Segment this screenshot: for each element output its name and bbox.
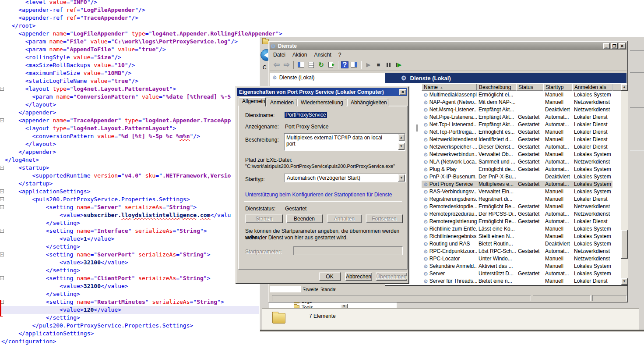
startoptions-help-link[interactable]: Unterstützung beim Konfigurieren der Sta… <box>245 192 392 198</box>
table-row[interactable]: ⚙RPC-LocatorUnter Windo...ManuellNetzwer… <box>422 255 612 263</box>
table-row[interactable]: ⚙NLA (Network Loca...Sammelt und ...Gest… <box>422 158 612 166</box>
table-row[interactable]: ⚙RPC-Endpunktzuor...Löst RPC-Sch...Gesta… <box>422 248 612 255</box>
column-header-Anmelden als[interactable]: Anmelden als <box>572 84 612 91</box>
toolbar-pause-service-icon[interactable] <box>384 60 393 69</box>
table-row[interactable]: ⚙Sekundäre Anmeld...Aktiviert das ...Man… <box>422 263 612 270</box>
startparameter-input[interactable] <box>293 246 403 255</box>
starttyp-combobox[interactable]: Automatisch (Verzögerter Start) ▼ <box>284 174 406 182</box>
table-row[interactable]: ⚙Net.Pipe-Listenera...Empfängt Akt...Ges… <box>422 114 612 121</box>
dialog-titlebar[interactable]: Eigenschaften von Port Proxy Service (Lo… <box>237 88 407 96</box>
menu-item-ansicht[interactable]: Ansicht <box>310 51 334 59</box>
fold-marker-icon[interactable]: - <box>0 166 4 170</box>
dienstname-value[interactable]: PortProxyService <box>285 112 327 118</box>
ok-button[interactable]: OK <box>319 272 341 281</box>
desc-scroll-down-button[interactable]: ▼ <box>398 143 405 150</box>
fold-marker-icon[interactable]: - <box>0 118 4 122</box>
dialog-tab-wiederherstellung[interactable]: Wiederherstellung <box>297 99 346 107</box>
service-starttype: Automat... <box>543 143 572 151</box>
explorer-file-list[interactable]: LogsTools <box>269 302 397 308</box>
table-row[interactable]: ⚙Richtlinie zum Entfe...Lässt eine Ko...… <box>422 225 612 233</box>
table-row[interactable]: ⚙RAS-Verbindungsv...Verwaltet Ein...Manu… <box>422 188 612 196</box>
table-row[interactable]: ⚙Remoteprozedurau...Der RPCSS-Di...Gesta… <box>422 210 612 218</box>
column-header-Starttyp[interactable]: Starttyp <box>543 84 572 91</box>
table-row[interactable]: ⚙Plug & PlayErmöglicht de...GestartetAut… <box>422 166 612 173</box>
fold-marker-icon[interactable]: - <box>0 276 4 280</box>
table-row[interactable]: ⚙Port Proxy ServiceMultiplexes e...Gesta… <box>422 181 612 188</box>
table-row[interactable]: ⚙Routing und RASBietet Routin...Deaktivi… <box>422 240 612 248</box>
toolbar-forward-icon[interactable]: ⇨ <box>282 60 291 69</box>
toolbar-export-list-icon[interactable] <box>327 60 336 69</box>
column-header-Status[interactable]: Status <box>516 84 543 91</box>
table-row[interactable]: ⚙NetzwerklistendienstIdentifiziert d...G… <box>422 136 612 143</box>
list-scrollbar[interactable]: ▲ ▼ <box>621 84 628 285</box>
table-row[interactable]: ⚙Netzwerkspeicher-...Dieser Dienst...Ges… <box>422 143 612 151</box>
scroll-thumb[interactable] <box>621 230 628 259</box>
dialog-tab-abhängigkeiten[interactable]: Abhängigkeiten <box>347 99 388 107</box>
table-row[interactable]: ⚙Remotedesktopdie...Ermöglicht Be...Gest… <box>422 203 612 210</box>
column-header-Beschreibung[interactable]: Beschreibung <box>477 84 516 91</box>
scroll-down-button[interactable]: ▼ <box>621 278 628 285</box>
fold-marker-icon[interactable]: - <box>0 87 4 91</box>
toolbar-start-service-icon[interactable]: ▶ <box>364 60 373 69</box>
fold-marker-icon[interactable]: - <box>0 253 4 256</box>
fold-marker-icon[interactable]: - <box>0 197 4 201</box>
desc-scroll-up-button[interactable]: ▲ <box>398 134 405 141</box>
dialog-tab-allgemein[interactable]: Allgemein <box>239 97 266 107</box>
dialog-tab-anmelden[interactable]: Anmelden <box>267 99 296 107</box>
table-row[interactable]: ⚙Net.Tcp-Listenerad...Empfängt Akt...Ges… <box>422 121 612 128</box>
toolbar-properties-icon[interactable] <box>306 60 316 69</box>
toolbar-back-icon[interactable]: ⇦ <box>272 60 281 69</box>
toolbar-stop-service-icon[interactable]: ■ <box>374 60 383 69</box>
service-logon: Lokaler Dienst <box>572 196 612 203</box>
table-row[interactable]: ⚙ServerUnterstützt D...GestartetAutomat.… <box>422 270 612 277</box>
table-row[interactable]: ⚙Richtlinienergebniss...Stellt einen N..… <box>422 233 612 240</box>
desktop: <level value="INFO"/> <appender-ref ref=… <box>0 0 644 345</box>
code-line: </setting> <box>0 314 80 322</box>
table-row[interactable]: ⚙RemoteregistrierungErmöglicht Re...Gest… <box>422 218 612 225</box>
service-name: ⚙NAP-Agent (Netwo... <box>422 99 477 106</box>
menu-item-[interactable]: ? <box>335 51 345 59</box>
table-row[interactable]: ⚙NAP-Agent (Netwo...Mit dem NAP-...Manue… <box>422 99 612 106</box>
beenden-button[interactable]: Beenden <box>286 214 323 223</box>
table-row[interactable]: ⚙Net.Tcp-Portfreiga...Ermöglicht es...Ge… <box>422 128 612 136</box>
explorer-item-label: Tools <box>302 305 313 308</box>
toolbar-show-console-tree-icon[interactable] <box>296 60 306 69</box>
table-row[interactable]: ⚙Server für Threads...Bietet eine n...Ma… <box>422 277 612 285</box>
view-tab-standard[interactable]: Standard <box>320 286 337 293</box>
service-gear-icon: ⚙ <box>423 130 428 135</box>
scroll-up-button[interactable]: ▲ <box>621 84 628 91</box>
table-row[interactable]: ⚙Multimediaklassenpl...Ermöglicht ei...M… <box>422 91 612 99</box>
beschreibung-field[interactable]: Multiplexes external TCP/IP data on loca… <box>284 133 405 151</box>
column-header-Name[interactable]: Name▲ <box>422 84 477 91</box>
maximize-button[interactable]: ❒ <box>611 43 618 49</box>
menu-item-datei[interactable]: Datei <box>270 51 289 59</box>
fold-marker-icon[interactable]: - <box>0 205 4 209</box>
beschreibung-label: Beschreibung: <box>245 137 279 143</box>
tree-root-node[interactable]: Dienste (Lokal) <box>279 75 315 81</box>
toolbar-refresh-icon[interactable]: ↻ <box>317 60 326 69</box>
abbrechen-button[interactable]: Abbrechen <box>345 272 372 281</box>
services-titlebar[interactable]: ⚙ Dienste _ ❒ ✕ <box>270 42 626 50</box>
fold-marker-icon[interactable]: - <box>0 229 4 233</box>
combo-dropdown-button[interactable]: ▼ <box>398 174 405 181</box>
fold-marker-icon[interactable]: - <box>0 189 4 193</box>
table-row[interactable]: ⚙Netzwerkverbindun...Verwaltet Ob...Gest… <box>422 151 612 158</box>
cell-text: Automat... <box>545 248 569 255</box>
cell-text: Netzwerkdienst <box>574 255 610 263</box>
close-button[interactable]: ✕ <box>619 43 626 49</box>
dialog-close-button[interactable]: ✕ <box>399 89 406 95</box>
toolbar-help-icon[interactable]: ? <box>341 61 348 68</box>
table-row[interactable]: ⚙PnP-X-IP-Busenum...Der PnP-X-Bu...Deakt… <box>422 173 612 181</box>
toolbar-restart-service-icon[interactable]: ▶ <box>394 60 403 69</box>
table-row[interactable]: ⚙Registrierungsdiens...Registriert di...… <box>422 196 612 203</box>
service-description: Stellt einen N... <box>477 233 516 240</box>
column-header-stub[interactable] <box>612 84 622 91</box>
explorer-item[interactable]: Tools <box>294 305 313 308</box>
toolbar-show-action-pane-icon[interactable] <box>349 60 359 69</box>
view-tab-erweitert[interactable]: Erweitert <box>303 286 319 293</box>
service-status: Gestartet <box>516 158 543 166</box>
column-label: Starttyp <box>545 84 563 90</box>
table-row[interactable]: ⚙Net.Msmq-Listener...Empfängt Akt...Deak… <box>422 106 612 114</box>
menu-item-aktion[interactable]: Aktion <box>289 51 310 59</box>
minimize-button[interactable]: _ <box>603 43 610 49</box>
